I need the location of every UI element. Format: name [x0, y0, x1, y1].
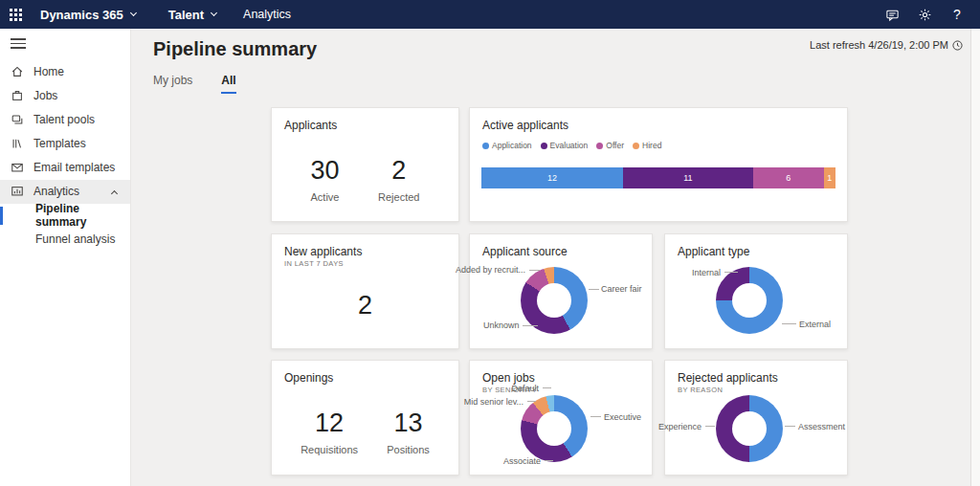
vertical-scrollbar[interactable]: [970, 29, 980, 486]
sidebar-item-label: Jobs: [33, 89, 57, 102]
legend-item-application: Application: [482, 141, 532, 150]
sidebar-item-analytics[interactable]: Analytics: [0, 180, 130, 204]
sidebar-item-templates[interactable]: Templates: [0, 132, 130, 156]
card-applicants: Applicants 30 Active 2 Rejected: [271, 107, 459, 222]
card-openings: Openings 12 Requisitions 13 Positions: [271, 360, 459, 475]
card-title: Open jobs: [470, 361, 652, 385]
card-title: Applicants: [272, 108, 458, 132]
leader-line: [724, 272, 738, 273]
sidebar-item-label: Email templates: [33, 161, 115, 174]
chevron-down-icon: [211, 10, 217, 16]
leader-line: [545, 460, 553, 461]
metric-value: 30: [311, 156, 340, 186]
leader-line: [590, 416, 601, 417]
card-subtitle: IN LAST 7 DAYS: [272, 258, 458, 268]
metric-positions: 13 Positions: [387, 409, 430, 455]
sidebar-item-label: Home: [33, 65, 64, 78]
donut-label-associate: Associate: [503, 456, 541, 466]
topbar-actions: ?: [884, 7, 965, 22]
sidebar-item-email-templates[interactable]: Email templates: [0, 156, 130, 180]
page-title: Pipeline summary: [153, 38, 317, 60]
legend-dot: [541, 143, 547, 149]
tab-my-jobs[interactable]: My jobs: [153, 74, 192, 94]
donut-label-career-fair: Career fair: [601, 284, 642, 294]
waffle-icon[interactable]: [0, 0, 31, 29]
bar-segment-hired[interactable]: 1: [824, 167, 835, 188]
home-icon: [11, 65, 24, 78]
donut-label-mid-senior: Mid senior lev...: [464, 397, 523, 407]
metric-value: 12: [301, 409, 358, 438]
metric-requisitions: 12 Requisitions: [301, 409, 358, 455]
sidebar-subitem-funnel-analysis[interactable]: Funnel analysis: [0, 228, 130, 252]
metric-active: 30 Active: [311, 156, 340, 203]
card-subtitle: BY SENIORITY: [470, 385, 652, 394]
chevron-down-icon: [130, 10, 137, 16]
donut-label-default: Default: [511, 384, 539, 393]
legend-dot: [633, 143, 639, 149]
active-applicants-bar[interactable]: 121161: [481, 167, 835, 188]
metric-label: Rejected: [378, 191, 419, 203]
gear-icon[interactable]: [917, 7, 932, 22]
main-content: Pipeline summary Last refresh 4/26/19, 2…: [131, 29, 980, 486]
module-switcher[interactable]: Talent: [168, 8, 216, 22]
leader-line: [705, 426, 715, 427]
tab-bar: My jobs All: [153, 74, 236, 94]
sidebar-item-label: Talent pools: [33, 113, 95, 126]
sidebar-subitem-label: Funnel analysis: [35, 232, 115, 246]
leader-line: [527, 401, 536, 402]
topbar: Dynamics 365 Talent Analytics ?: [0, 0, 980, 29]
legend-label: Offer: [606, 141, 624, 150]
card-title: Openings: [272, 361, 458, 385]
leader-line: [523, 325, 538, 326]
donut-label-unknown: Unknown: [483, 320, 520, 330]
donut-label-assessment: Assessment: [798, 422, 845, 431]
bar-segment-offer[interactable]: 6: [753, 167, 824, 188]
metric-rejected: 2 Rejected: [378, 156, 419, 203]
new-applicants-value: 2: [272, 291, 458, 320]
legend-dot: [482, 143, 489, 149]
card-active-applicants: Active applicants ApplicationEvaluationO…: [469, 107, 848, 222]
card-new-applicants: New applicants IN LAST 7 DAYS 2: [271, 233, 459, 349]
tab-all[interactable]: All: [221, 74, 235, 94]
card-applicant-type: Applicant type Internal External: [664, 233, 848, 349]
sidebar-collapse-button[interactable]: [11, 38, 26, 49]
sidebar-item-label: Templates: [33, 137, 86, 150]
legend-item-hired: Hired: [633, 141, 661, 150]
applicants-metrics: 30 Active 2 Rejected: [272, 156, 458, 203]
feedback-icon[interactable]: [884, 7, 900, 22]
help-icon[interactable]: ?: [949, 7, 965, 22]
jobs-icon: [11, 89, 24, 102]
metric-value: 13: [387, 409, 430, 438]
last-refresh: Last refresh 4/26/19, 2:00 PM: [810, 39, 963, 51]
applicant-type-donut[interactable]: [716, 267, 783, 334]
leader-line: [543, 387, 551, 388]
bar-segment-application[interactable]: 12: [481, 167, 623, 188]
card-applicant-source: Applicant source Added by recruit... Car…: [469, 233, 653, 349]
leader-line: [782, 323, 796, 324]
donut-label-executive: Executive: [604, 412, 641, 422]
legend-item-offer: Offer: [596, 141, 624, 150]
card-title: New applicants: [272, 234, 458, 258]
card-title: Applicant type: [665, 234, 847, 258]
templates-icon: [11, 137, 24, 150]
card-title: Active applicants: [470, 108, 847, 132]
donut-label-internal: Internal: [692, 268, 721, 277]
applicant-source-donut[interactable]: [521, 267, 588, 334]
sidebar-item-home[interactable]: Home: [0, 60, 130, 84]
sidebar-subitem-pipeline-summary[interactable]: Pipeline summary: [0, 204, 130, 228]
analytics-icon: [11, 185, 24, 198]
donut-label-added-by-recruiter: Added by recruit...: [456, 265, 525, 275]
metric-value: 2: [378, 156, 419, 186]
last-refresh-text: Last refresh 4/26/19, 2:00 PM: [810, 39, 948, 51]
open-jobs-donut[interactable]: [521, 395, 588, 462]
rejected-applicants-donut[interactable]: [716, 395, 783, 462]
bar-segment-evaluation[interactable]: 11: [623, 167, 753, 188]
sidebar-item-jobs[interactable]: Jobs: [0, 84, 130, 108]
sidebar-item-talent-pools[interactable]: Talent pools: [0, 108, 130, 132]
app-switcher[interactable]: Dynamics 365: [40, 8, 136, 22]
topbar-section[interactable]: Analytics: [243, 8, 291, 21]
active-applicants-legend: ApplicationEvaluationOfferHired: [470, 132, 847, 150]
app-name: Dynamics 365: [40, 8, 123, 22]
card-title: Applicant source: [470, 234, 652, 258]
section-name: Analytics: [243, 8, 291, 21]
